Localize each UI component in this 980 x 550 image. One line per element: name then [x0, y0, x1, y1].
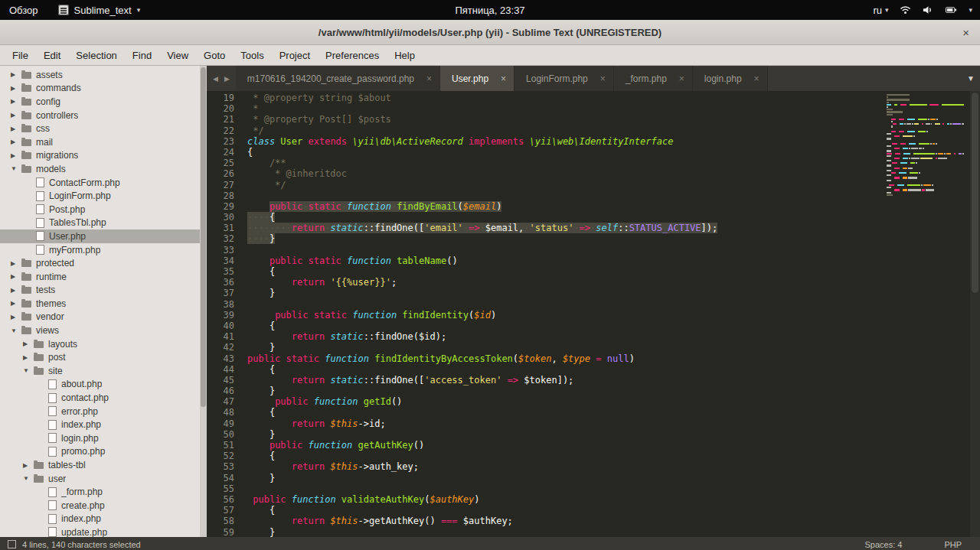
line-number[interactable]: 36: [207, 277, 234, 288]
window-close-button[interactable]: ×: [962, 20, 969, 44]
line-number[interactable]: 40: [207, 321, 234, 331]
code-line-37[interactable]: 37 }: [207, 288, 980, 298]
code-line-20[interactable]: 20 *: [207, 103, 980, 114]
tab-loginform-php[interactable]: LoginForm.php×: [514, 66, 614, 91]
expand-arrow-icon[interactable]: ▶: [11, 314, 21, 321]
folder-vendor[interactable]: ▶vendor: [0, 311, 207, 324]
line-number[interactable]: 41: [207, 331, 234, 342]
keyboard-layout-indicator[interactable]: ru ▾: [873, 5, 888, 16]
code-line-29[interactable]: 29 public·static·function·findByEmail($e…: [207, 201, 980, 212]
code-line-36[interactable]: 36 return '{{%user}}';: [207, 277, 980, 288]
expand-arrow-icon[interactable]: ▶: [11, 287, 21, 294]
line-number[interactable]: 49: [207, 418, 234, 429]
menu-file[interactable]: File: [5, 46, 36, 65]
app-menu[interactable]: Sublime_text ▾: [58, 5, 141, 16]
line-number[interactable]: 30: [207, 212, 234, 223]
folder-controllers[interactable]: ▶controllers: [0, 109, 207, 122]
code-line-44[interactable]: 44 {: [207, 364, 980, 375]
folder-assets[interactable]: ▶assets: [0, 68, 207, 82]
folder-models[interactable]: ▼models: [0, 162, 207, 176]
code-line-45[interactable]: 45 return static::findOne(['access_token…: [207, 375, 980, 386]
menu-selection[interactable]: Selection: [68, 46, 124, 65]
code-line-56[interactable]: 56 public function validateAuthKey($auth…: [207, 494, 980, 505]
code-line-42[interactable]: 42 }: [207, 342, 980, 353]
code-line-23[interactable]: 23class User extends \yii\db\ActiveRecor…: [207, 136, 980, 147]
code-line-43[interactable]: 43public static function findIdentityByA…: [207, 353, 980, 364]
wifi-icon[interactable]: [900, 5, 911, 15]
expand-arrow-icon[interactable]: ▶: [11, 71, 21, 78]
code-editor[interactable]: 19 * @property string $about20 *21 * @pr…: [207, 91, 980, 537]
tab-login-php[interactable]: login.php×: [693, 66, 768, 91]
expand-arrow-icon[interactable]: ▶: [23, 354, 33, 361]
expand-arrow-icon[interactable]: ▶: [23, 462, 33, 469]
expand-arrow-icon[interactable]: ▶: [11, 125, 21, 132]
expand-arrow-icon[interactable]: ▶: [11, 85, 21, 92]
folder-mail[interactable]: ▶mail: [0, 135, 207, 149]
code-line-49[interactable]: 49 return $this->id;: [207, 418, 980, 429]
expand-arrow-icon[interactable]: ▶: [11, 260, 21, 267]
folder-tests[interactable]: ▶tests: [0, 284, 207, 298]
line-number[interactable]: 52: [207, 451, 234, 461]
code-line-55[interactable]: 55: [207, 483, 980, 494]
code-line-34[interactable]: 34 public static function tableName(): [207, 255, 980, 266]
code-line-32[interactable]: 32····}: [207, 233, 980, 244]
line-number[interactable]: 22: [207, 125, 234, 136]
code-line-38[interactable]: 38: [207, 299, 980, 310]
file-promo-php[interactable]: promo.php: [0, 445, 207, 459]
line-number[interactable]: 54: [207, 473, 234, 483]
expand-arrow-icon[interactable]: ▶: [11, 273, 21, 280]
file-user-php[interactable]: User.php: [0, 229, 207, 243]
code-line-46[interactable]: 46 }: [207, 386, 980, 396]
line-number[interactable]: 19: [207, 93, 234, 103]
code-line-47[interactable]: 47 public function getId(): [207, 396, 980, 407]
line-number[interactable]: 53: [207, 461, 234, 472]
menu-find[interactable]: Find: [125, 46, 159, 65]
system-menu-chevron-icon[interactable]: ▾: [969, 6, 972, 14]
line-number[interactable]: 51: [207, 440, 234, 451]
folder-runtime[interactable]: ▶runtime: [0, 270, 207, 284]
line-number[interactable]: 44: [207, 364, 234, 375]
menu-tools[interactable]: Tools: [233, 46, 271, 65]
folder-site[interactable]: ▼site: [0, 364, 207, 378]
code-line-22[interactable]: 22 */: [207, 125, 980, 136]
tab-overflow-icon[interactable]: ▼: [962, 66, 980, 91]
code-line-35[interactable]: 35 {: [207, 266, 980, 277]
editor-scrollbar[interactable]: [970, 91, 980, 537]
line-number[interactable]: 42: [207, 342, 234, 353]
line-number[interactable]: 32: [207, 233, 234, 244]
code-line-41[interactable]: 41 return static::findOne($id);: [207, 331, 980, 342]
folder-css[interactable]: ▶css: [0, 122, 207, 135]
syntax-indicator[interactable]: PHP: [944, 540, 962, 549]
expand-arrow-icon[interactable]: ▶: [11, 98, 21, 105]
code-line-51[interactable]: 51 public function getAuthKey(): [207, 440, 980, 451]
line-number[interactable]: 25: [207, 158, 234, 168]
code-line-53[interactable]: 53 return $this->auth_key;: [207, 461, 980, 472]
line-number[interactable]: 28: [207, 190, 234, 201]
file-loginform-php[interactable]: LoginForm.php: [0, 189, 207, 203]
code-line-50[interactable]: 50 }: [207, 429, 980, 440]
line-number[interactable]: 29: [207, 201, 234, 212]
sidebar-scrollbar-thumb[interactable]: [201, 67, 206, 407]
code-line-26[interactable]: 26 * @inheritdoc: [207, 168, 980, 179]
code-line-58[interactable]: 58 return $this->getAuthKey() === $authK…: [207, 516, 980, 526]
battery-icon[interactable]: [946, 6, 957, 14]
code-line-19[interactable]: 19 * @property string $about: [207, 93, 980, 103]
line-number[interactable]: 59: [207, 527, 234, 538]
folder-protected[interactable]: ▶protected: [0, 256, 207, 270]
line-number[interactable]: 26: [207, 168, 234, 179]
tab-close-icon[interactable]: ×: [501, 73, 506, 84]
code-line-59[interactable]: 59 }: [207, 527, 980, 538]
code-line-57[interactable]: 57 {: [207, 505, 980, 516]
line-number[interactable]: 56: [207, 494, 234, 505]
code-line-24[interactable]: 24{: [207, 147, 980, 158]
line-number[interactable]: 37: [207, 288, 234, 298]
line-number[interactable]: 24: [207, 147, 234, 158]
file-login-php[interactable]: login.php: [0, 431, 207, 445]
line-number[interactable]: 33: [207, 245, 234, 255]
menu-project[interactable]: Project: [272, 46, 318, 65]
file-post-php[interactable]: Post.php: [0, 203, 207, 216]
editor-scrollbar-thumb[interactable]: [972, 93, 978, 293]
tab-user-php[interactable]: User.php×: [440, 66, 514, 91]
tab-close-icon[interactable]: ×: [679, 73, 684, 84]
line-number[interactable]: 46: [207, 386, 234, 396]
